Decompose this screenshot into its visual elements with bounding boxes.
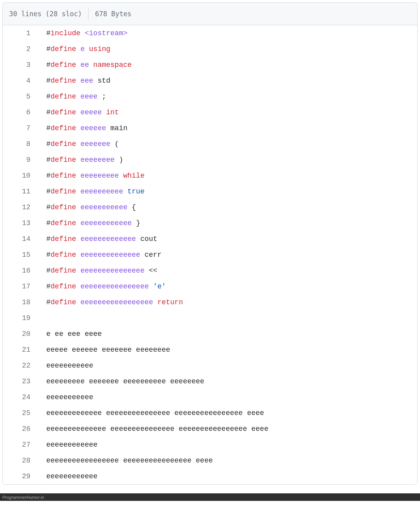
- code-line[interactable]: e ee eee eeee: [37, 326, 417, 342]
- code-token: define: [51, 156, 76, 164]
- line-number[interactable]: 20: [3, 326, 37, 342]
- code-body[interactable]: 1#include <iostream>2#define e using3#de…: [3, 25, 417, 484]
- code-row: 26eeeeeeeeeeeeee eeeeeeeeeeeeeee eeeeeee…: [3, 421, 417, 437]
- code-line[interactable]: #define eeeeeeeeeeeeeeeee return: [37, 294, 417, 310]
- code-line[interactable]: #define eeee ;: [37, 89, 417, 104]
- file-box: 30 lines (28 sloc) 678 Bytes 1#include <…: [2, 2, 418, 485]
- code-line[interactable]: #define eeeeeee (: [37, 136, 417, 152]
- code-token: e ee eee eeee: [46, 330, 102, 338]
- code-token: eeeeeeeeeeeeeeee: [80, 282, 153, 290]
- line-number[interactable]: 9: [3, 152, 37, 168]
- code-token: define: [51, 203, 76, 211]
- line-number[interactable]: 18: [3, 294, 37, 310]
- code-line[interactable]: eeeeeeeeeee: [37, 358, 417, 373]
- code-row: 13#define eeeeeeeeeeee }: [3, 215, 417, 231]
- line-number[interactable]: 2: [3, 41, 37, 57]
- line-number[interactable]: 11: [3, 184, 37, 199]
- code-line[interactable]: #define eeeee int: [37, 104, 417, 120]
- line-number[interactable]: 28: [3, 453, 37, 468]
- code-token: eeeeeeeeeeeeeee: [80, 267, 149, 275]
- code-row: 5#define eeee ;: [3, 89, 417, 104]
- code-token: true: [127, 188, 144, 195]
- code-line[interactable]: #define ee namespace: [37, 57, 417, 73]
- page-root: 30 lines (28 sloc) 678 Bytes 1#include <…: [0, 2, 420, 501]
- code-token: eeeeeeeeeeeee eeeeeeeeeeeeeee eeeeeeeeee…: [46, 409, 264, 417]
- code-row: 27eeeeeeeeeeee: [3, 437, 417, 453]
- code-line[interactable]: #define eeeeeeeeeeeeeeee 'e': [37, 279, 417, 294]
- watermark-bar: ProgrammerHumor.io: [0, 493, 420, 501]
- line-number[interactable]: 14: [3, 231, 37, 247]
- code-line[interactable]: #define eeeeeeeeeeee }: [37, 215, 417, 231]
- code-row: 18#define eeeeeeeeeeeeeeeee return: [3, 294, 417, 310]
- code-token: [76, 203, 81, 211]
- code-line[interactable]: eeeee eeeeee eeeeeee eeeeeeee: [37, 342, 417, 358]
- code-token: eeeeeeeee: [80, 172, 123, 180]
- line-number[interactable]: 26: [3, 421, 37, 437]
- line-number[interactable]: 7: [3, 120, 37, 136]
- code-token: define: [51, 124, 76, 132]
- code-token: #: [46, 45, 51, 53]
- line-number[interactable]: 19: [3, 310, 37, 326]
- code-line[interactable]: eeeeeeeeeee: [37, 389, 417, 405]
- code-line[interactable]: #define eeeeeeeeeeeeeee <<: [37, 263, 417, 279]
- code-token: eeeeeeeeeeeeeeeee eeeeeeeeeeeeeeee eeee: [46, 457, 213, 464]
- code-token: [76, 61, 81, 69]
- code-line[interactable]: [37, 310, 417, 326]
- code-line[interactable]: #define eeeeeeeee while: [37, 168, 417, 184]
- code-token: #: [46, 251, 51, 259]
- code-token: eeeee: [80, 108, 106, 116]
- code-line[interactable]: #define eeeeeeeeeeeee cout: [37, 231, 417, 247]
- code-line[interactable]: eeeeeeeeeeeeeeeee eeeeeeeeeeeeeeee eeee: [37, 453, 417, 468]
- line-number[interactable]: 21: [3, 342, 37, 358]
- line-number[interactable]: 29: [3, 468, 37, 484]
- code-line[interactable]: eeeeeeeeeeee: [37, 437, 417, 453]
- line-number[interactable]: 8: [3, 136, 37, 152]
- code-token: define: [51, 140, 76, 148]
- code-token: eeeeeeeeeee: [46, 393, 93, 401]
- code-token: int: [106, 108, 119, 116]
- code-line[interactable]: eeeeeeeeeeeeee eeeeeeeeeeeeeee eeeeeeeee…: [37, 421, 417, 437]
- line-number[interactable]: 22: [3, 358, 37, 373]
- line-number[interactable]: 24: [3, 389, 37, 405]
- line-number[interactable]: 5: [3, 89, 37, 104]
- code-token: #: [46, 219, 51, 227]
- code-row: 3#define ee namespace: [3, 57, 417, 73]
- code-line[interactable]: #include <iostream>: [37, 25, 417, 41]
- code-token: define: [51, 282, 76, 290]
- line-number[interactable]: 10: [3, 168, 37, 184]
- line-number[interactable]: 16: [3, 263, 37, 279]
- code-line[interactable]: eeeeeeeeeeeee eeeeeeeeeeeeeee eeeeeeeeee…: [37, 405, 417, 421]
- code-token: eeeeeeeeeee: [80, 203, 132, 211]
- line-number[interactable]: 27: [3, 437, 37, 453]
- code-token: eeee: [80, 93, 102, 100]
- code-line[interactable]: #define eee std: [37, 73, 417, 89]
- line-number[interactable]: 6: [3, 104, 37, 120]
- code-line[interactable]: #define eeeeee main: [37, 120, 417, 136]
- code-token: eeeeee: [80, 124, 110, 132]
- code-token: [76, 172, 81, 180]
- code-token: [76, 108, 81, 116]
- code-token: [76, 140, 81, 148]
- code-line[interactable]: eeeeeeeee eeeeeee eeeeeeeeee eeeeeeee: [37, 373, 417, 389]
- code-line[interactable]: #define eeeeeeeeeeeeee cerr: [37, 247, 417, 263]
- code-token: [80, 29, 85, 37]
- line-number[interactable]: 3: [3, 57, 37, 73]
- line-number[interactable]: 1: [3, 25, 37, 41]
- code-line[interactable]: eeeeeeeeeeee: [37, 468, 417, 484]
- code-row: 1#include <iostream>: [3, 25, 417, 41]
- line-number[interactable]: 4: [3, 73, 37, 89]
- line-number[interactable]: 23: [3, 373, 37, 389]
- line-number[interactable]: 25: [3, 405, 37, 421]
- code-row: 9#define eeeeeeee ): [3, 152, 417, 168]
- code-token: {: [132, 203, 136, 211]
- code-line[interactable]: #define eeeeeeeeee true: [37, 184, 417, 199]
- code-line[interactable]: #define eeeeeeee ): [37, 152, 417, 168]
- code-token: #: [46, 108, 51, 116]
- line-number[interactable]: 13: [3, 215, 37, 231]
- line-number[interactable]: 15: [3, 247, 37, 263]
- code-line[interactable]: #define eeeeeeeeeee {: [37, 199, 417, 215]
- line-number[interactable]: 12: [3, 199, 37, 215]
- code-line[interactable]: #define e using: [37, 41, 417, 57]
- code-row: 22eeeeeeeeeee: [3, 358, 417, 373]
- line-number[interactable]: 17: [3, 279, 37, 294]
